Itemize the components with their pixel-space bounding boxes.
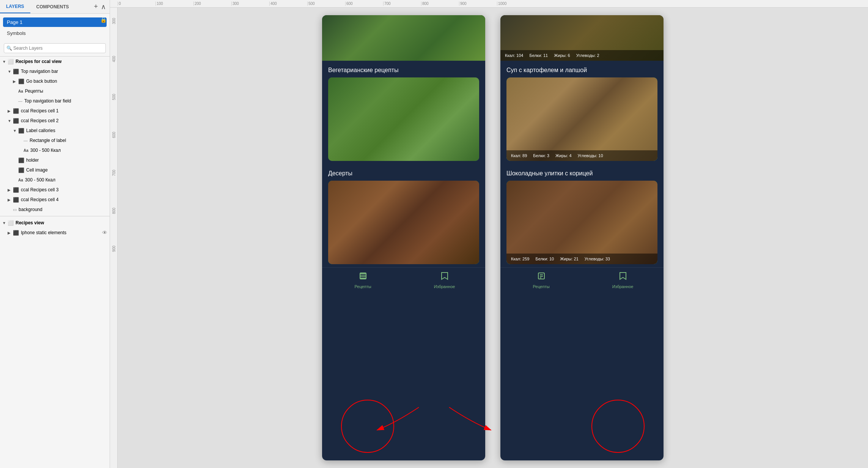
red-circle-right: [591, 400, 645, 453]
ruler-400: 400: [112, 56, 116, 62]
layer-rect-label[interactable]: — Rectangle of label: [0, 136, 110, 145]
canvas-wrapper: Вегетарианские рецепты Десерты: [118, 8, 868, 468]
text-icon: Aa: [18, 89, 23, 93]
category-soup: Суп с картофелем и лапшой Ккал: 89 Белки…: [500, 61, 664, 164]
search-layers-input[interactable]: [4, 43, 106, 53]
category-title-cake: Десерты: [328, 170, 479, 177]
layer-iphone-static[interactable]: ▶ ⬛ Iphone static elements 👁: [0, 228, 110, 238]
nav-label-favorites-1: Избранное: [434, 284, 455, 289]
bottom-nav-2: Рецепты Избранное: [500, 267, 664, 293]
search-icon: 🔍: [6, 46, 12, 51]
phone-frame-2: Ккал: 104 Белки: 11 Жиры: 6 Углеводы: 2 …: [500, 15, 664, 460]
ruler-mark-900: 900: [459, 2, 497, 6]
nav-recipes-1[interactable]: Рецепты: [322, 268, 404, 293]
tab-components[interactable]: COMPONENTS: [30, 0, 75, 13]
protein-soup: Белки: 3: [533, 153, 549, 158]
protein-top: Белки: 11: [529, 53, 548, 58]
protein-pastry: Белки: 10: [535, 257, 554, 261]
arrow-icon: ▼: [8, 119, 13, 123]
category-image-greens: [328, 77, 479, 161]
nav-recipes-2[interactable]: Рецепты: [500, 268, 582, 293]
recipes-icon-1: [359, 271, 368, 283]
layer-label: Top navigation bar field: [24, 98, 71, 104]
arrow-icon: ▶: [13, 79, 18, 84]
layer-top-nav-bar[interactable]: ▼ ⬛ Top navigation bar: [0, 66, 110, 76]
recipes-icon-2: [537, 271, 546, 283]
fat-soup: Жиры: 4: [555, 153, 572, 158]
nav-favorites-2[interactable]: Избранное: [582, 268, 664, 293]
collapse-icon[interactable]: ∧: [101, 3, 106, 11]
category-title-pastry: Шоколадные улитки с корицей: [506, 170, 657, 177]
ruler-mark-600: 600: [345, 2, 383, 6]
layer-go-back[interactable]: ▶ ⬛ Go back button: [0, 76, 110, 86]
arrow-icon: ▶: [8, 231, 13, 235]
category-image-soup: Ккал: 89 Белки: 3 Жиры: 4 Углеводы: 10: [506, 77, 657, 161]
tab-layers[interactable]: LAYERS: [0, 0, 30, 13]
carbs-top: Углеводы: 2: [576, 53, 599, 58]
layer-label: holder: [26, 158, 39, 163]
ruler-numbers: 0 100 200 300 400 500 600 700 800 900 10…: [118, 2, 535, 6]
layer-cell2[interactable]: ▼ ⬛ ccal Recipes cell 2: [0, 116, 110, 126]
layer-label: ccal Recipes cell 4: [21, 197, 58, 202]
layer-cell-image[interactable]: ⬛ Cell image: [0, 165, 110, 175]
search-box: 🔍: [0, 40, 110, 57]
layer-label: background: [19, 207, 42, 212]
page-1[interactable]: Page 1: [3, 17, 107, 27]
layer-label: Iphone static elements: [21, 230, 66, 235]
ruler-left-inner: 300 400 500 600 700 800 900: [110, 8, 117, 463]
layer-calories-range2[interactable]: Aa 300 - 500 Ккал: [0, 175, 110, 185]
layer-cell3[interactable]: ▶ ⬛ ccal Recipes cell 3: [0, 185, 110, 195]
tabs-header: LAYERS COMPONENTS + ∧: [0, 0, 110, 14]
group-icon: ⬛: [18, 79, 24, 84]
group-icon: ⬛: [13, 108, 19, 114]
layer-label: Rectangle of label: [30, 138, 66, 143]
layer-label: 300 - 500 Ккал: [25, 177, 55, 183]
nutrition-bar-soup: Ккал: 89 Белки: 3 Жиры: 4 Углеводы: 10: [506, 150, 657, 161]
layer-holder[interactable]: ⬛ holder: [0, 155, 110, 165]
ruler-mark-500: 500: [307, 2, 345, 6]
category-title-soup: Суп с картофелем и лапшой: [506, 67, 657, 74]
phone-frame-1: Вегетарианские рецепты Десерты: [322, 15, 485, 460]
layer-top-nav-field[interactable]: — Top navigation bar field: [0, 96, 110, 106]
ruler-mark-700: 700: [383, 2, 421, 6]
top-partial-image-2: Ккал: 104 Белки: 11 Жиры: 6 Углеводы: 2: [500, 15, 664, 61]
layer-label: Рецепты: [25, 88, 43, 94]
kcal-soup: Ккал: 89: [511, 153, 527, 158]
layer-calories-range1[interactable]: Aa 300 - 500 Ккал: [0, 145, 110, 155]
layer-label-calories[interactable]: ▼ ⬛ Label callories: [0, 126, 110, 136]
arrow-icon: ▼: [13, 129, 18, 133]
nav-label-recipes-1: Рецепты: [354, 284, 371, 289]
layer-recipes-view[interactable]: ▼ ⬜ Recipes view: [0, 218, 110, 228]
group-icon: ⬛: [18, 158, 24, 163]
group-icon: ⬛: [18, 128, 24, 134]
arrow-icon: ▶: [8, 188, 13, 192]
red-circle-left: [341, 400, 394, 453]
nutrition-bar-pastry: Ккал: 259 Белки: 10 Жиры: 21 Углеводы: 3…: [506, 254, 657, 264]
top-partial-image: [322, 15, 485, 61]
nutrition-bar-top: Ккал: 104 Белки: 11 Жиры: 6 Углеводы: 2: [500, 50, 664, 61]
pages-list: Page 1 Symbols: [0, 14, 110, 40]
add-icon[interactable]: +: [94, 3, 98, 11]
ruler-mark-400: 400: [269, 2, 307, 6]
group-icon: ⬛: [13, 197, 19, 203]
layer-cell1[interactable]: ▶ ⬛ ccal Recipes cell 1: [0, 106, 110, 116]
nav-favorites-1[interactable]: Избранное: [404, 268, 485, 293]
ruler-900: 900: [112, 246, 116, 252]
layer-recipes-ccal[interactable]: ▼ ⬜ Recipes for ccal view: [0, 57, 110, 66]
ruler-300: 300: [112, 18, 116, 24]
ruler-700: 700: [112, 170, 116, 176]
visibility-icon[interactable]: 👁: [102, 230, 107, 236]
group-icon: ⬛: [18, 167, 24, 173]
kcal-pastry: Ккал: 259: [511, 257, 529, 261]
layer-cell4[interactable]: ▶ ⬛ ccal Recipes cell 4: [0, 195, 110, 205]
category-title-greens: Вегетарианские рецепты: [328, 67, 479, 74]
left-panel: LAYERS COMPONENTS + ∧ 🔒 Page 1 Symbols 🔍…: [0, 0, 110, 468]
frame-icon: ⬜: [8, 59, 14, 65]
layer-recipes-text[interactable]: Aa Рецепты: [0, 86, 110, 96]
category-image-cake: [328, 181, 479, 264]
lock-icon: 🔒: [97, 14, 110, 26]
carbs-pastry: Углеводы: 33: [585, 257, 610, 261]
favorites-icon-1: [440, 271, 449, 283]
layer-background[interactable]: ▭ background: [0, 205, 110, 214]
symbols-page[interactable]: Symbols: [0, 28, 110, 38]
